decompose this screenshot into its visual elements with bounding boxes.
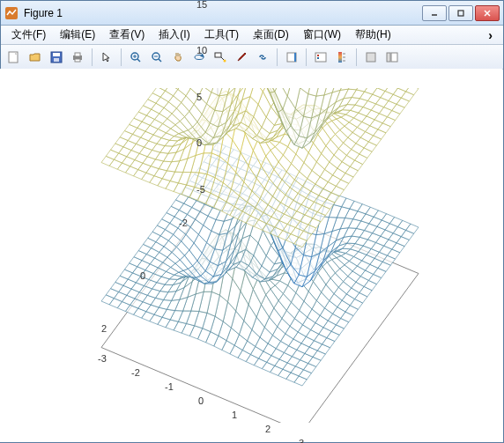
- svg-rect-25: [315, 53, 326, 62]
- menu-view[interactable]: 查看(V): [102, 26, 152, 44]
- maximize-button[interactable]: [448, 5, 473, 21]
- menu-insert[interactable]: 插入(I): [152, 26, 196, 44]
- svg-rect-24: [294, 53, 296, 62]
- x-tick: 2: [265, 424, 271, 434]
- insert-colorbar-button[interactable]: [332, 48, 352, 67]
- axes-3d[interactable]: -505101520-202-3-2-10123: [31, 88, 471, 423]
- svg-rect-8: [54, 58, 59, 62]
- z-tick: 5: [196, 92, 202, 102]
- toolbar-separator: [92, 48, 93, 66]
- svg-point-22: [224, 59, 226, 62]
- pointer-button[interactable]: [97, 48, 116, 67]
- hide-plot-tools-button[interactable]: [361, 48, 381, 67]
- toolbar-separator: [306, 48, 307, 66]
- zoom-in-button[interactable]: [126, 48, 145, 67]
- x-tick: -3: [98, 353, 107, 364]
- title-bar: Figure 1: [1, 1, 503, 26]
- svg-rect-32: [367, 53, 375, 62]
- z-tick: 0: [196, 137, 202, 148]
- svg-rect-11: [75, 59, 80, 62]
- svg-rect-33: [387, 53, 390, 62]
- toolbar-separator: [121, 48, 122, 66]
- plot-area[interactable]: -505101520-202-3-2-10123: [0, 69, 502, 442]
- x-tick: -1: [165, 381, 174, 392]
- x-tick: 3: [299, 438, 304, 444]
- y-tick: 0: [140, 270, 145, 281]
- close-button[interactable]: [475, 5, 500, 21]
- brush-button[interactable]: [232, 48, 251, 67]
- svg-line-13: [137, 59, 140, 62]
- print-button[interactable]: [68, 48, 87, 67]
- svg-rect-28: [338, 52, 342, 63]
- save-button[interactable]: [47, 48, 66, 67]
- open-button[interactable]: [26, 48, 45, 67]
- menu-desktop[interactable]: 桌面(D): [246, 26, 296, 44]
- z-tick: -5: [196, 184, 205, 195]
- svg-rect-34: [391, 53, 397, 62]
- pan-button[interactable]: [168, 48, 188, 67]
- menu-dropdown-icon[interactable]: ›: [481, 28, 500, 42]
- x-tick: 1: [232, 410, 237, 420]
- menu-file[interactable]: 文件(F): [4, 26, 53, 44]
- y-tick: -2: [179, 218, 188, 228]
- svg-rect-20: [215, 53, 221, 57]
- legend-button[interactable]: [311, 48, 330, 67]
- svg-rect-2: [458, 11, 463, 16]
- svg-rect-10: [75, 53, 80, 56]
- minimize-button[interactable]: [422, 5, 447, 21]
- menu-tools[interactable]: 工具(T): [197, 26, 246, 44]
- data-cursor-button[interactable]: [211, 48, 230, 67]
- x-tick: 0: [198, 395, 204, 406]
- app-icon: [4, 6, 19, 20]
- menu-edit[interactable]: 编辑(E): [53, 26, 102, 44]
- show-plot-tools-button[interactable]: [382, 48, 402, 67]
- z-tick: 10: [196, 45, 207, 55]
- toolbar: [1, 45, 503, 70]
- x-tick: -2: [131, 367, 140, 378]
- svg-rect-7: [53, 53, 60, 56]
- toolbar-separator: [356, 48, 357, 66]
- z-tick: 15: [196, 0, 207, 10]
- link-button[interactable]: [253, 48, 272, 67]
- menu-help[interactable]: 帮助(H): [348, 26, 398, 44]
- menu-window[interactable]: 窗口(W): [296, 26, 348, 44]
- y-tick: 2: [101, 323, 107, 334]
- zoom-out-button[interactable]: [147, 48, 167, 67]
- svg-line-17: [159, 59, 161, 62]
- colorbar-button[interactable]: [282, 48, 301, 67]
- toolbar-separator: [277, 48, 278, 66]
- menubar: 文件(F) 编辑(E) 查看(V) 插入(I) 工具(T) 桌面(D) 窗口(W…: [1, 26, 503, 45]
- surface-plot: [31, 88, 471, 423]
- new-figure-button[interactable]: [4, 48, 24, 67]
- window-title: Figure 1: [24, 7, 420, 19]
